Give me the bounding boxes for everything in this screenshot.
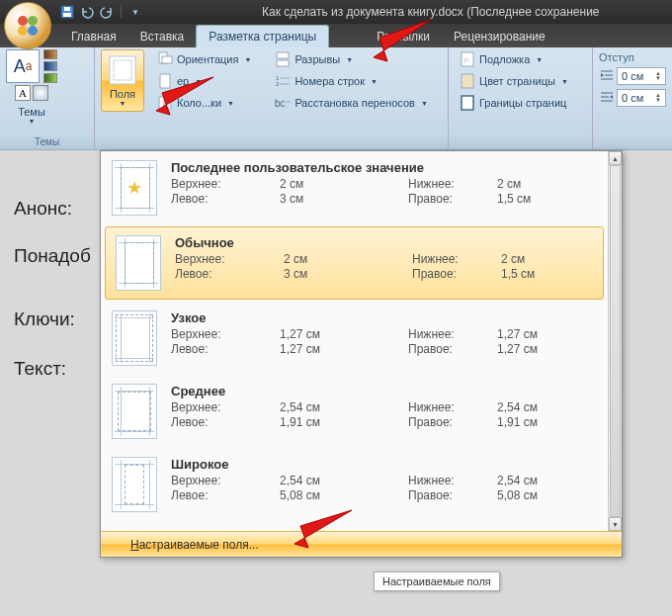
spinner-icon[interactable]: ▲▼ [655, 93, 661, 103]
margin-thumb-icon [112, 310, 157, 366]
custom-margins-button[interactable]: Настраиваемые поля... [101, 531, 622, 557]
themes-label: Темы [18, 106, 45, 118]
hyphenation-button[interactable]: bc⁻Расстановка переносов▼ [270, 93, 432, 113]
margin-bottom-label: Нижнее: [408, 400, 497, 414]
margin-left-value: 1,27 см [280, 342, 408, 356]
breaks-icon [275, 51, 291, 67]
page-borders-label: Границы страниц [479, 97, 566, 109]
indent-right-value: 0 см [622, 92, 643, 104]
annotation-arrow-1 [364, 14, 433, 73]
margin-right-value: 5,08 см [497, 488, 566, 502]
margin-right-value: 1,5 см [497, 192, 566, 206]
margin-top-value: 2,54 см [280, 400, 408, 414]
themes-button[interactable]: Темы ▼ [11, 101, 52, 128]
margin-bottom-value: 2,54 см [497, 400, 566, 414]
indent-left-row: 0 см▲▼ [599, 65, 666, 87]
margin-right-label: Правое: [412, 267, 501, 281]
watermark-button[interactable]: AПодложка▼ [455, 49, 573, 69]
undo-icon[interactable] [79, 4, 95, 20]
margin-bottom-label: Нижнее: [412, 252, 501, 266]
doc-text-klyuchi: Ключи: [14, 308, 75, 330]
orientation-icon [157, 51, 173, 67]
margin-right-label: Правое: [408, 342, 497, 356]
margin-preset-name: Обычное [175, 235, 593, 250]
indent-right-input[interactable]: 0 см▲▼ [617, 89, 666, 107]
scroll-up-icon[interactable]: ▲ [609, 151, 622, 165]
tooltip: Настраиваемые поля [374, 572, 500, 591]
qat-dropdown-icon[interactable]: ▼ [127, 4, 143, 20]
chevron-down-icon: ▼ [561, 78, 568, 85]
scroll-down-icon[interactable]: ▼ [609, 517, 622, 531]
scrollbar-thumb[interactable] [610, 165, 621, 517]
theme-effects-icon[interactable] [33, 85, 48, 101]
tab-review[interactable]: Рецензирование [442, 26, 557, 47]
margin-preset-item[interactable]: УзкоеВерхнее:1,27 смНижнее:1,27 смЛевое:… [101, 302, 608, 375]
svg-rect-15 [277, 60, 289, 66]
chevron-down-icon: ▼ [244, 56, 251, 63]
margin-top-label: Верхнее: [171, 400, 280, 414]
tab-insert[interactable]: Вставка [128, 26, 197, 47]
margin-info: Последнее пользовательское значениеВерхн… [171, 160, 597, 206]
margins-icon [107, 54, 138, 86]
title-bar: ▼ Как сделать из документа книгу.docx (П… [0, 0, 672, 24]
svg-point-2 [18, 26, 28, 36]
group-themes: Aa A Темы ▼ Темы [0, 47, 95, 149]
margin-preset-name: Среднее [171, 384, 597, 398]
line-numbers-label: Номера строк [294, 75, 365, 87]
annotation-arrow-2 [146, 71, 215, 127]
orientation-button[interactable]: Ориентация▼ [152, 49, 256, 69]
save-icon[interactable] [59, 4, 75, 20]
indent-right-row: 0 см▲▼ [599, 87, 666, 109]
office-button[interactable] [4, 2, 51, 49]
theme-fonts-icon[interactable]: A [15, 85, 31, 101]
svg-text:2: 2 [276, 81, 280, 87]
themes-preview-icon: Aa [6, 49, 40, 83]
margin-preset-name: Узкое [171, 310, 597, 325]
margin-bottom-value: 2,54 см [497, 474, 566, 487]
svg-rect-10 [162, 56, 172, 63]
page-color-button[interactable]: Цвет страницы▼ [455, 71, 573, 91]
redo-icon[interactable] [99, 4, 115, 20]
theme-colors-icon[interactable] [43, 49, 57, 83]
margin-thumb-icon [112, 384, 157, 439]
hyphenation-label: Расстановка переносов [294, 97, 414, 109]
line-numbers-button[interactable]: 12Номера строк▼ [270, 71, 432, 91]
margin-top-value: 2 см [280, 177, 408, 191]
svg-point-1 [28, 16, 38, 26]
svg-rect-24 [462, 96, 473, 110]
scrollbar-vertical[interactable]: ▲ ▼ [608, 151, 622, 531]
indent-left-icon [599, 68, 615, 84]
indent-right-icon [599, 90, 615, 106]
margin-bottom-label: Нижнее: [408, 327, 497, 341]
svg-rect-5 [63, 13, 71, 17]
chevron-down-icon: ▼ [29, 118, 36, 125]
tab-home[interactable]: Главная [59, 26, 128, 47]
group-themes-label: Темы [6, 134, 88, 149]
margins-button[interactable]: Поля ▼ [101, 49, 144, 112]
indent-left-input[interactable]: 0 см▲▼ [617, 67, 666, 85]
tab-page-layout[interactable]: Разметка страницы [196, 25, 329, 47]
group-page-background: AПодложка▼ Цвет страницы▼ Границы страни… [449, 47, 593, 149]
indent-header: Отступ [599, 49, 666, 65]
margins-list: Последнее пользовательское значениеВерхн… [101, 151, 622, 531]
margin-right-value: 1,27 см [497, 342, 566, 356]
svg-rect-6 [64, 7, 70, 11]
margin-thumb-icon [116, 235, 161, 291]
watermark-label: Подложка [479, 53, 530, 65]
margin-right-label: Правое: [408, 488, 497, 502]
margin-bottom-label: Нижнее: [408, 474, 497, 487]
margin-right-label: Правое: [408, 415, 497, 429]
indent-left-value: 0 см [622, 70, 643, 82]
margin-preset-item[interactable]: ШирокоеВерхнее:2,54 смНижнее:2,54 смЛево… [101, 448, 608, 521]
margin-preset-item[interactable]: Последнее пользовательское значениеВерхн… [101, 151, 608, 224]
margin-top-label: Верхнее: [175, 252, 284, 266]
margin-thumb-icon [112, 160, 157, 216]
margin-preset-item[interactable]: ОбычноеВерхнее:2 смНижнее:2 смЛевое:3 см… [105, 226, 604, 300]
spinner-icon[interactable]: ▲▼ [655, 71, 661, 81]
ribbon-tabs: Главная Вставка Разметка страницы xx Рас… [0, 24, 672, 47]
margin-top-value: 1,27 см [280, 327, 408, 341]
annotation-arrow-3 [285, 504, 354, 560]
margin-info: ОбычноеВерхнее:2 смНижнее:2 смЛевое:3 см… [175, 235, 593, 281]
page-borders-button[interactable]: Границы страниц [455, 93, 573, 113]
margin-preset-item[interactable]: СреднееВерхнее:2,54 смНижнее:2,54 смЛево… [101, 375, 608, 448]
